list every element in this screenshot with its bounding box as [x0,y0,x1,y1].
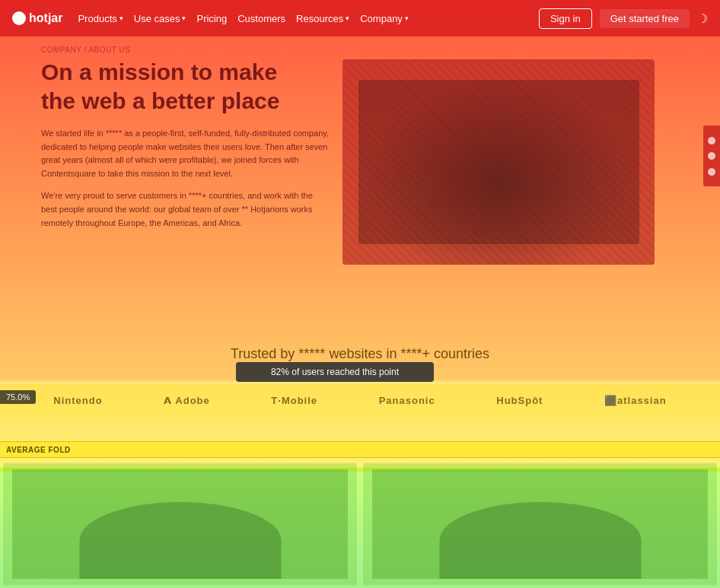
logo[interactable]: hotjar [12,11,62,25]
hero-section: On a mission to make the web a better pl… [41,58,330,239]
nav-use-cases[interactable]: Use cases ▾ [134,13,186,24]
average-fold-banner: AVERAGE FOLD [0,441,720,458]
panel-dot-2 [708,152,715,160]
bottom-image-left-inner [12,469,349,579]
chevron-down-icon: ▾ [346,14,349,22]
trusted-title: Trusted by ***** websites in ****+ count… [231,346,489,361]
nav-customers[interactable]: Customers [237,13,285,24]
hero-body-1: We started life in ***** as a people-fir… [41,127,330,180]
logo-tmobile: T·Mobile [271,395,317,406]
hero-image-inner [342,59,655,265]
person-silhouette-left [79,502,281,579]
logo-atlassian: ⬛atlassian [604,395,667,406]
navbar-nav: Products ▾ Use cases ▾ Pricing Customers… [78,13,538,24]
chevron-down-icon: ▾ [119,14,123,22]
average-fold-label: AVERAGE FOLD [0,446,71,454]
hero-image [342,59,655,265]
bottom-image-right-inner [372,469,709,579]
hero-title: On a mission to make the web a better pl… [41,58,330,115]
logo-nintendo: Nintendo [53,395,102,406]
trusted-section: Trusted by ***** websites in ****+ count… [0,346,720,362]
chevron-down-icon: ▾ [182,14,186,22]
reach-tooltip-text: 82% of users reached this point [271,367,399,377]
logo-hubspot: HubSpôt [496,395,543,406]
sign-in-button[interactable]: Sign in [539,8,592,29]
logo-adobe: 𝗔 Adobe [164,395,210,406]
breadcrumb: COMPANY / ABOUT US [41,46,130,54]
person-silhouette-right [439,502,641,579]
hero-body-2: We're very proud to serve customers in *… [41,189,330,230]
logo-text: hotjar [29,11,62,25]
get-started-button[interactable]: Get started free [600,9,690,28]
navbar-actions: Sign in Get started free ☽ [539,8,708,29]
crowd-silhouette [358,80,639,244]
bottom-image-left [3,463,357,585]
nav-pricing[interactable]: Pricing [196,13,227,24]
scroll-indicator-line [0,383,720,383]
nav-resources[interactable]: Resources ▾ [296,13,349,24]
bottom-section [0,460,720,588]
nav-company[interactable]: Company ▾ [360,13,409,24]
chevron-down-icon: ▾ [405,14,409,22]
right-side-panel[interactable] [703,126,720,186]
bottom-image-right [363,463,717,585]
theme-toggle-button[interactable]: ☽ [697,11,708,26]
reach-tooltip: 82% of users reached this point [236,362,434,382]
nav-products[interactable]: Products ▾ [78,13,123,24]
navbar: hotjar Products ▾ Use cases ▾ Pricing Cu… [0,0,720,37]
panel-dot-1 [708,137,715,145]
percent-badge: 75.0% [0,390,36,404]
panel-dot-3 [708,168,715,176]
logo-icon [12,11,26,25]
logos-bar: Nintendo 𝗔 Adobe T·Mobile Panasonic HubS… [0,383,720,418]
logo-panasonic: Panasonic [379,395,435,406]
site-content: hotjar Products ▾ Use cases ▾ Pricing Cu… [0,0,720,588]
heatmap-container: hotjar Products ▾ Use cases ▾ Pricing Cu… [0,0,720,588]
